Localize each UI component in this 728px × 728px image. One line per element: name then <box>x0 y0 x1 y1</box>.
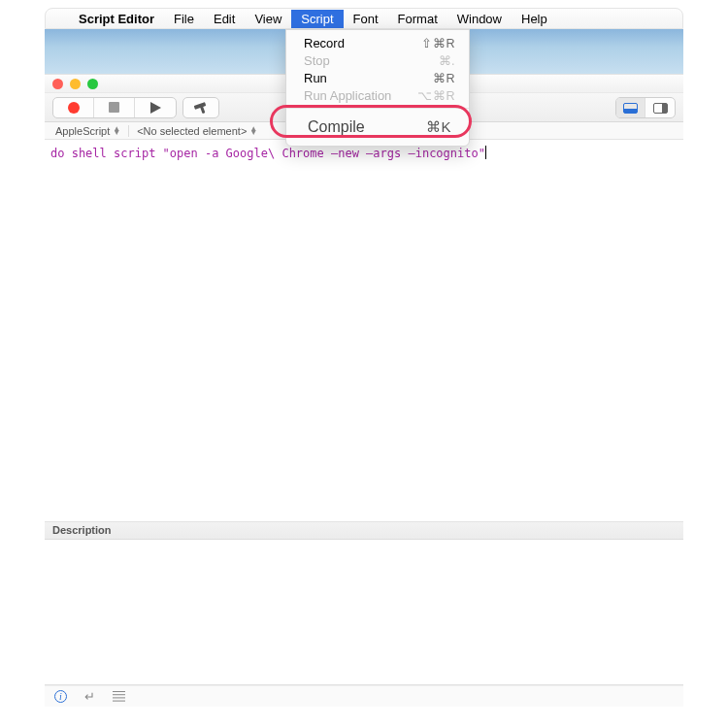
script-menu-dropdown: Record ⇧⌘R Stop ⌘. Run ⌘R Run Applicatio… <box>285 29 470 147</box>
menu-edit[interactable]: Edit <box>204 10 245 28</box>
record-icon <box>68 102 80 114</box>
description-header-label: Description <box>52 524 112 536</box>
text-cursor <box>485 146 486 159</box>
menu-help[interactable]: Help <box>512 10 557 28</box>
window-close-button[interactable] <box>52 79 63 89</box>
compile-controls <box>182 97 219 118</box>
script-content: do shell script "open -a Google\ Chrome … <box>50 147 485 160</box>
divider <box>128 125 129 137</box>
description-textarea[interactable] <box>45 540 683 685</box>
menu-file[interactable]: File <box>164 10 204 28</box>
menu-format[interactable]: Format <box>388 10 447 28</box>
toggle-bottom-panel-button[interactable] <box>616 98 645 117</box>
menuitem-label: Run Application <box>304 88 391 103</box>
script-editor-window: AppleScript ▲▼ <No selected element> ▲▼ … <box>45 74 683 707</box>
result-icon[interactable]: ↵ <box>84 689 95 704</box>
script-editor-textarea[interactable]: do shell script "open -a Google\ Chrome … <box>45 140 683 522</box>
language-label: AppleScript <box>55 125 110 137</box>
window-minimize-button[interactable] <box>70 79 81 89</box>
language-popup[interactable]: AppleScript ▲▼ <box>50 125 125 137</box>
stop-icon <box>109 102 119 113</box>
menu-view[interactable]: View <box>245 10 291 28</box>
menuitem-shortcut: ⌥⌘R <box>417 88 455 103</box>
compile-button[interactable] <box>183 98 218 117</box>
menuitem-run[interactable]: Run ⌘R <box>286 69 469 86</box>
menu-separator <box>286 108 469 109</box>
menuitem-label: Stop <box>304 53 330 68</box>
hammer-icon <box>194 101 208 115</box>
log-icon[interactable] <box>113 691 125 702</box>
bottom-panel-icon <box>623 103 638 114</box>
menuitem-label: Record <box>304 36 345 50</box>
menuitem-shortcut: ⌘K <box>426 118 451 136</box>
updown-arrows-icon: ▲▼ <box>113 127 120 135</box>
info-icon[interactable]: i <box>54 690 67 703</box>
menu-font[interactable]: Font <box>344 10 388 28</box>
app-title[interactable]: Script Editor <box>69 12 164 26</box>
menuitem-label: Run <box>304 71 327 85</box>
menu-script[interactable]: Script <box>291 10 343 28</box>
stop-button[interactable] <box>94 98 135 117</box>
menuitem-record[interactable]: Record ⇧⌘R <box>286 34 469 51</box>
menuitem-compile[interactable]: Compile ⌘K <box>286 113 469 142</box>
record-button[interactable] <box>53 98 94 117</box>
toggle-side-panel-button[interactable] <box>645 98 675 117</box>
menuitem-shortcut: ⇧⌘R <box>421 36 455 50</box>
updown-arrows-icon: ▲▼ <box>249 127 257 135</box>
menuitem-shortcut: ⌘R <box>433 71 455 85</box>
element-popup[interactable]: <No selected element> ▲▼ <box>132 125 262 137</box>
element-label: <No selected element> <box>137 125 247 137</box>
window-zoom-button[interactable] <box>87 79 98 89</box>
status-bar: i ↵ <box>45 685 683 707</box>
run-controls <box>52 97 177 118</box>
menuitem-stop: Stop ⌘. <box>286 51 469 69</box>
menu-window[interactable]: Window <box>447 10 512 28</box>
play-icon <box>150 102 161 114</box>
description-header[interactable]: Description <box>45 522 683 540</box>
menubar: Script Editor File Edit View Script Font… <box>45 8 683 29</box>
side-panel-icon <box>653 103 668 114</box>
menuitem-label: Compile <box>308 118 365 136</box>
menuitem-shortcut: ⌘. <box>439 53 455 68</box>
panel-toggles <box>615 97 676 118</box>
menuitem-run-application: Run Application ⌥⌘R <box>286 86 469 104</box>
run-button[interactable] <box>135 98 176 117</box>
